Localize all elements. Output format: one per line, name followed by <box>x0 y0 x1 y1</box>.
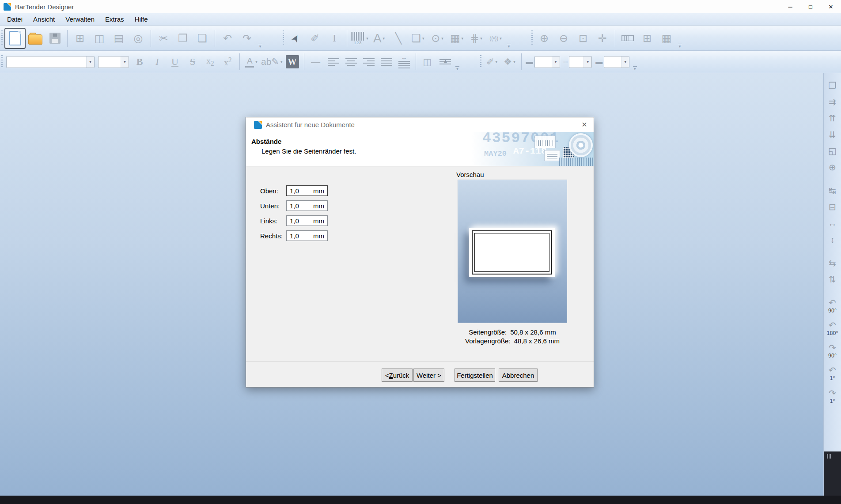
arrange-order-icon[interactable]: ⇉ <box>825 98 841 107</box>
margin-right-input[interactable]: 1,0mm <box>286 230 328 241</box>
page-boundaries-icon[interactable]: ⊞ <box>637 29 657 48</box>
create-barcode-icon[interactable]: 123▾ <box>350 29 369 48</box>
font-family-combo[interactable]: ▾ <box>6 56 95 68</box>
zoom-selection-icon[interactable]: ⊡ <box>573 29 593 48</box>
create-table-icon[interactable]: ▦▾ <box>447 29 466 48</box>
superscript-icon[interactable]: x2 <box>219 53 237 70</box>
fit-to-window-icon[interactable]: ✛ <box>593 29 612 48</box>
align-top-icon[interactable]: ⇈ <box>825 114 841 123</box>
margin-left-row: Links:1,0mm <box>260 215 328 226</box>
copy-icon[interactable]: ❐ <box>173 29 193 48</box>
grid-icon[interactable]: ▦ <box>657 29 676 48</box>
align-center-icon[interactable] <box>342 53 360 70</box>
print-icon[interactable]: ▤ <box>109 29 129 48</box>
underline-icon[interactable]: U <box>166 53 184 70</box>
dash-icon[interactable]: — <box>307 53 325 70</box>
menu-datei[interactable]: Datei <box>2 13 28 25</box>
undo-icon[interactable]: ↶ <box>218 29 237 48</box>
margin-bottom-input[interactable]: 1,0mm <box>286 200 328 211</box>
print-preview-icon[interactable]: ◎ <box>129 29 148 48</box>
rotate-right-1-icon[interactable]: ↷1° <box>825 389 841 404</box>
strikethrough-icon[interactable]: S <box>184 53 201 70</box>
create-toolbar-options[interactable]: ▾ <box>505 26 512 50</box>
open-document-icon[interactable] <box>26 29 45 48</box>
margin-top-input[interactable]: 1,0mm <box>286 185 328 196</box>
new-document-icon[interactable] <box>4 28 26 49</box>
menu-hilfe[interactable]: Hilfe <box>129 13 153 25</box>
cancel-button[interactable]: Abbrechen <box>499 369 538 382</box>
line-style-combo[interactable]: ▾ <box>569 56 592 68</box>
font-color-icon[interactable]: A▾ <box>242 53 260 70</box>
dialog-titlebar: Assistent für neue Dokumente ✕ <box>246 117 594 132</box>
next-button[interactable]: Weiter > <box>413 369 444 382</box>
sidebar-dock-handle[interactable] <box>824 451 841 496</box>
back-button[interactable]: < Zurück <box>382 369 413 382</box>
center-point-icon[interactable]: ⊕ <box>825 163 841 172</box>
cut-icon[interactable]: ✂ <box>154 29 173 48</box>
page-setup-icon[interactable]: ⊞ <box>70 29 90 48</box>
menu-verwalten[interactable]: Verwalten <box>60 13 100 25</box>
menu-ansicht[interactable]: Ansicht <box>28 13 60 25</box>
rfid-encode-icon[interactable]: ((•))▾ <box>486 29 505 48</box>
create-text-icon[interactable]: A▾ <box>369 29 389 48</box>
text-toolbar-options[interactable]: ▾ <box>454 51 461 73</box>
maximize-button[interactable]: □ <box>800 0 821 13</box>
minimize-button[interactable]: ─ <box>780 0 800 13</box>
align-justify-icon[interactable] <box>378 53 395 70</box>
redo-icon[interactable]: ↷ <box>237 29 257 48</box>
subscript-icon[interactable]: x2 <box>201 53 219 70</box>
menu-extras[interactable]: Extras <box>100 13 129 25</box>
zoom-in-icon[interactable]: ⊕ <box>534 29 554 48</box>
compound-line-combo[interactable]: ▾ <box>604 56 629 68</box>
line-color-icon[interactable]: ✐▾ <box>483 53 501 70</box>
line-weight-combo-wrap: ▬▾ <box>526 56 560 68</box>
view-toolbar-options[interactable]: ▾ <box>676 26 683 50</box>
create-line-icon[interactable]: ╲ <box>389 29 408 48</box>
margin-left-input[interactable]: 1,0mm <box>286 215 328 226</box>
italic-icon[interactable]: I <box>148 53 166 70</box>
line-weight-combo[interactable]: ▾ <box>534 56 560 68</box>
word-wrap-icon[interactable]: W <box>284 53 301 70</box>
space-horizontal-icon[interactable]: ↹ <box>825 186 841 196</box>
fill-color-icon[interactable]: ❖▾ <box>501 53 519 70</box>
distribute-horizontal-icon[interactable]: ⇆ <box>825 259 841 268</box>
distribute-vertical-icon[interactable]: ⇅ <box>825 275 841 284</box>
paragraph-format-icon[interactable]: ▲ <box>436 53 454 70</box>
save-icon[interactable] <box>45 29 64 48</box>
font-size-combo[interactable]: ▾ <box>98 56 129 68</box>
align-bottom-icon[interactable]: ⇊ <box>825 130 841 139</box>
file-toolbar-options[interactable]: ▾ <box>257 26 264 50</box>
align-objects-icon[interactable]: ❐ <box>825 81 841 90</box>
rotate-left-1-icon[interactable]: ↶1° <box>825 366 841 381</box>
align-left-icon[interactable] <box>325 53 342 70</box>
align-right-icon[interactable] <box>360 53 378 70</box>
view-toolbar-group: ⊕⊖⊡✛⊞▦▾ <box>530 26 686 50</box>
chevron-down-icon: ▾ <box>513 60 515 64</box>
match-height-icon[interactable]: ↕ <box>825 235 841 244</box>
center-in-template-icon[interactable]: ◱ <box>825 147 841 156</box>
close-button[interactable]: ✕ <box>821 0 841 13</box>
fit-text-icon[interactable]: ↔ <box>395 53 413 70</box>
rotate-right-90-icon[interactable]: ↷90° <box>825 343 841 359</box>
line-toolbar-options[interactable]: ▾ <box>631 51 638 73</box>
ruler-icon[interactable] <box>618 29 637 48</box>
align-middle-icon[interactable]: ⊟ <box>825 203 841 212</box>
paste-icon[interactable]: ❏ <box>193 29 212 48</box>
zoom-out-icon[interactable]: ⊖ <box>554 29 573 48</box>
dialog-close-icon[interactable]: ✕ <box>577 117 592 132</box>
highlight-color-icon[interactable]: ab✎▾ <box>260 53 284 70</box>
text-cursor-icon[interactable]: I <box>325 29 344 48</box>
insert-object-icon[interactable]: ⊙▾ <box>428 29 447 48</box>
match-width-icon[interactable]: ↔ <box>825 219 841 228</box>
finish-button[interactable]: Fertigstellen <box>455 369 495 382</box>
vertical-align-icon[interactable]: ◫ <box>419 53 436 70</box>
page-size-value: 50,8 x 28,6 mm <box>510 328 556 336</box>
format-painter-icon[interactable]: ✐ <box>305 29 325 48</box>
rotate-left-90-icon[interactable]: ↶90° <box>825 298 841 314</box>
create-shape-icon[interactable]: ❑▾ <box>408 29 428 48</box>
select-pointer-icon[interactable]: ➤ <box>286 29 305 48</box>
database-connection-icon[interactable]: ◫ <box>90 29 109 48</box>
rotate-left-180-icon[interactable]: ↶180° <box>825 321 841 336</box>
layout-grid-icon[interactable]: ⋕▾ <box>466 29 486 48</box>
bold-icon[interactable]: B <box>131 53 148 70</box>
